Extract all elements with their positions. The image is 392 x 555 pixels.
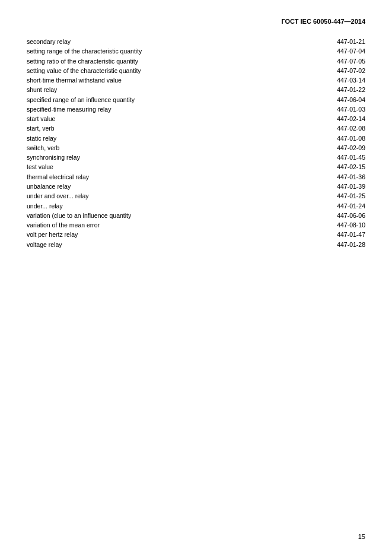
index-code: 447-01-45 [337, 153, 365, 162]
index-term: start, verb [27, 123, 55, 133]
index-row: secondary relay447-01-21 [27, 37, 365, 46]
index-term: voltage relay [27, 240, 62, 249]
index-row: setting value of the characteristic quan… [27, 66, 365, 75]
index-code: 447-02-08 [337, 123, 365, 133]
index-code: 447-01-47 [337, 230, 365, 239]
index-term: shunt relay [27, 85, 57, 94]
index-code: 447-01-39 [337, 182, 365, 191]
index-row: unbalance relay447-01-39 [27, 182, 365, 191]
index-term: setting value of the characteristic quan… [27, 66, 141, 75]
index-term: setting range of the characteristic quan… [27, 46, 142, 56]
index-row: specified-time measuring relay447-01-03 [27, 104, 365, 114]
document-title: ГОСТ IEC 60050-447—2014 [281, 18, 365, 25]
index-row: synchronising relay447-01-45 [27, 153, 365, 162]
index-row: static relay447-01-08 [27, 134, 365, 143]
index-code: 447-06-06 [337, 211, 365, 220]
index-row: volt per hertz relay447-01-47 [27, 230, 365, 239]
index-row: under and over... relay447-01-25 [27, 191, 365, 201]
index-code: 447-01-22 [337, 85, 365, 94]
index-row: test value447-02-15 [27, 162, 365, 172]
index-term: variation (clue to an influence quantity [27, 211, 131, 220]
index-term: switch, verb [27, 143, 59, 153]
index-code: 447-01-36 [337, 172, 365, 182]
index-code: 447-01-21 [337, 37, 365, 46]
index-term: variation of the mean error [27, 220, 100, 230]
index-row: specified range of an influence quantity… [27, 95, 365, 104]
index-code: 447-08-10 [337, 220, 365, 230]
index-term: thermal electrical relay [27, 172, 89, 182]
index-row: under... relay447-01-24 [27, 201, 365, 211]
index-row: thermal electrical relay447-01-36 [27, 172, 365, 182]
index-row: short-time thermal withstand value447-03… [27, 75, 365, 85]
index-code: 447-01-08 [337, 134, 365, 143]
index-code: 447-07-05 [337, 56, 365, 66]
index-row: start, verb447-02-08 [27, 123, 365, 133]
index-row: variation of the mean error447-08-10 [27, 220, 365, 230]
index-term: under and over... relay [27, 191, 88, 201]
index-code: 447-02-15 [337, 162, 365, 172]
index-term: short-time thermal withstand value [27, 75, 122, 85]
index-code: 447-01-24 [337, 201, 365, 211]
index-term: secondary relay [27, 37, 71, 46]
page-header: ГОСТ IEC 60050-447—2014 [27, 18, 365, 25]
index-term: start value [27, 114, 55, 123]
index-row: voltage relay447-01-28 [27, 240, 365, 249]
index-term: under... relay [27, 201, 63, 211]
index-term: setting ratio of the characteristic quan… [27, 56, 138, 66]
index-term: specified-time measuring relay [27, 104, 111, 114]
index-code: 447-02-09 [337, 143, 365, 153]
index-code: 447-07-04 [337, 46, 365, 56]
index-code: 447-01-03 [337, 104, 365, 114]
index-code: 447-07-02 [337, 66, 365, 75]
index-term: static relay [27, 134, 56, 143]
index-row: setting range of the characteristic quan… [27, 46, 365, 56]
index-row: setting ratio of the characteristic quan… [27, 56, 365, 66]
index-row: switch, verb447-02-09 [27, 143, 365, 153]
index-code: 447-02-14 [337, 114, 365, 123]
page-container: ГОСТ IEC 60050-447—2014 secondary relay4… [0, 0, 392, 555]
index-term: volt per hertz relay [27, 230, 78, 239]
index-term: synchronising relay [27, 153, 80, 162]
index-term: unbalance relay [27, 182, 71, 191]
index-code: 447-01-28 [337, 240, 365, 249]
index-table: secondary relay447-01-21setting range of… [27, 37, 365, 249]
index-code: 447-01-25 [337, 191, 365, 201]
index-row: start value447-02-14 [27, 114, 365, 123]
index-code: 447-06-04 [337, 95, 365, 104]
index-code: 447-03-14 [337, 75, 365, 85]
index-term: test value [27, 162, 53, 172]
index-row: shunt relay447-01-22 [27, 85, 365, 94]
page-number: 15 [358, 533, 365, 540]
index-row: variation (clue to an influence quantity… [27, 211, 365, 220]
index-term: specified range of an influence quantity [27, 95, 135, 104]
